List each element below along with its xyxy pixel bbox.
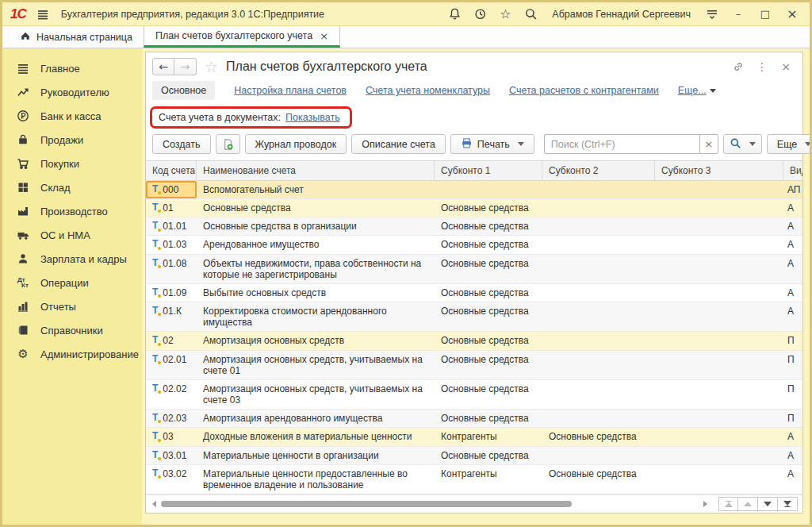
table-row[interactable]: Т02.02Амортизация основных средств, учит… bbox=[146, 380, 802, 410]
account-name-cell: Амортизация арендованного имущества bbox=[197, 410, 435, 427]
vid-cell: П bbox=[783, 332, 802, 349]
sidebar-item-bank-kassa[interactable]: Банк и касса bbox=[2, 104, 142, 128]
scroll-right-arrow-icon[interactable] bbox=[703, 501, 707, 507]
close-window-button[interactable]: × bbox=[783, 6, 802, 23]
sidebar-item-rukovoditelyu[interactable]: Руководителю bbox=[2, 80, 142, 104]
1c-logo: 1С bbox=[10, 6, 26, 22]
tab-chart-of-accounts[interactable]: План счетов бухгалтерского учета × bbox=[144, 26, 340, 48]
toolbar: Создать Журнал проводок Описание счета П… bbox=[146, 133, 802, 160]
sidebar-item-proizvodstvo[interactable]: Производство bbox=[2, 199, 142, 223]
table-row[interactable]: Т03Доходные вложения в материальные ценн… bbox=[146, 428, 802, 446]
more-button[interactable]: Еще bbox=[767, 134, 812, 154]
journal-button[interactable]: Журнал проводок bbox=[245, 134, 347, 154]
nav-tab-osnovnoe[interactable]: Основное bbox=[152, 81, 215, 100]
clear-search-icon[interactable]: × bbox=[699, 134, 718, 154]
print-button[interactable]: Печать bbox=[450, 134, 534, 154]
notifications-bell-icon[interactable] bbox=[446, 6, 463, 23]
home-icon bbox=[20, 30, 31, 44]
table-row[interactable]: Т03.02Материальные ценности предоставлен… bbox=[146, 465, 802, 494]
get-link-icon[interactable] bbox=[730, 59, 747, 75]
go-to-bottom-button[interactable] bbox=[778, 497, 798, 511]
nav-more-link[interactable]: Еще... bbox=[678, 85, 716, 96]
table-row[interactable]: Т02.03Амортизация арендованного имуществ… bbox=[146, 410, 802, 428]
search-settings-button[interactable] bbox=[723, 134, 762, 154]
more-menu-dots-icon[interactable]: ⋮ bbox=[753, 59, 771, 75]
horizontal-scrollbar-thumb[interactable] bbox=[161, 501, 572, 507]
accounts-in-documents-callout: Счета учета в документах: Показывать bbox=[150, 106, 352, 129]
sidebar-item-prodazhi[interactable]: Продажи bbox=[2, 128, 142, 152]
search-input[interactable] bbox=[544, 134, 699, 154]
account-name-cell: Корректировка стоимости арендованного им… bbox=[197, 302, 435, 331]
account-code: 03.01 bbox=[163, 450, 186, 461]
nav-link-nomenklatura[interactable]: Счета учета номенклатуры bbox=[366, 85, 490, 96]
sidebar-item-spravochniki[interactable]: Справочники bbox=[2, 318, 142, 342]
cart-icon bbox=[15, 157, 31, 170]
account-type-icon: Т bbox=[152, 184, 158, 194]
column-header-subconto1[interactable]: Субконто 1 bbox=[435, 161, 542, 180]
sidebar-label: Производство bbox=[40, 206, 108, 217]
close-form-icon[interactable]: × bbox=[777, 59, 795, 75]
sidebar-item-os-nma[interactable]: ОС и НМА bbox=[2, 223, 142, 247]
account-name-cell: Арендованное имущество bbox=[197, 236, 435, 253]
column-header-name[interactable]: Наименование счета bbox=[197, 161, 435, 180]
sidebar-item-otchety[interactable]: Отчеты bbox=[2, 294, 142, 318]
go-to-top-button[interactable] bbox=[718, 497, 738, 511]
column-header-code[interactable]: Код счета bbox=[146, 161, 197, 180]
account-description-button[interactable]: Описание счета bbox=[351, 134, 446, 154]
nav-link-kontragenty[interactable]: Счета расчетов с контрагентами bbox=[509, 85, 659, 96]
subconto2-cell bbox=[542, 236, 655, 253]
table-row[interactable]: Т01.08Объекты недвижимости, права собств… bbox=[146, 255, 802, 284]
main-menu-icon[interactable] bbox=[34, 6, 52, 23]
page-up-button[interactable] bbox=[738, 497, 758, 511]
table-row[interactable]: Т01.03Арендованное имуществоОсновные сре… bbox=[146, 236, 802, 254]
table-row[interactable]: Т01.09Выбытие основных средствОсновные с… bbox=[146, 284, 802, 302]
tab-home[interactable]: Начальная страница bbox=[9, 26, 144, 48]
scroll-left-arrow-icon[interactable] bbox=[152, 501, 156, 507]
favorites-star-icon[interactable]: ☆ bbox=[496, 6, 514, 23]
minimize-button[interactable]: – bbox=[729, 6, 748, 23]
sidebar-item-glavnoe[interactable]: Главное bbox=[2, 56, 142, 80]
gear-icon: ⚙ bbox=[15, 347, 31, 361]
sidebar-item-pokupki[interactable]: Покупки bbox=[2, 152, 142, 175]
sidebar-item-zarplata[interactable]: Зарплата и кадры bbox=[2, 247, 142, 271]
page-down-icon bbox=[764, 502, 772, 506]
table-row[interactable]: Т01Основные средстваОсновные средстваА bbox=[146, 199, 802, 217]
sidebar-item-sklad[interactable]: Склад bbox=[2, 175, 142, 199]
current-user[interactable]: Абрамов Геннадий Сергеевич bbox=[552, 9, 691, 20]
horizontal-scrollbar-track[interactable] bbox=[159, 500, 700, 508]
nav-link-nastroika[interactable]: Настройка плана счетов bbox=[234, 85, 347, 96]
back-button[interactable]: ← bbox=[152, 58, 174, 75]
sections-list-icon bbox=[15, 62, 31, 75]
table-row[interactable]: Т03.01Материальные ценности в организаци… bbox=[146, 447, 802, 465]
subconto3-cell bbox=[655, 351, 783, 379]
add-to-favorites-star-icon[interactable]: ☆ bbox=[205, 58, 218, 75]
tab-close-icon[interactable]: × bbox=[320, 30, 328, 42]
create-button[interactable]: Создать bbox=[152, 134, 211, 154]
global-search-icon[interactable] bbox=[522, 6, 539, 23]
table-row[interactable]: Т01.ККорректировка стоимости арендованно… bbox=[146, 302, 802, 332]
subconto1-cell: Основные средства bbox=[435, 255, 542, 283]
column-header-subconto2[interactable]: Субконто 2 bbox=[542, 161, 655, 180]
app-window: 1С Бухгалтерия предприятия, редакция 3.0… bbox=[0, 0, 812, 527]
sidebar-item-operacii[interactable]: ДтКт Операции bbox=[2, 271, 142, 294]
sidebar-item-administrirovanie[interactable]: ⚙ Администрирование bbox=[2, 342, 142, 366]
table-row[interactable]: Т02Амортизация основных средствОсновные … bbox=[146, 332, 802, 350]
table-row[interactable]: Т01.01Основные средства в организацииОсн… bbox=[146, 217, 802, 236]
history-icon[interactable] bbox=[471, 6, 488, 23]
table-row[interactable]: Т02.01Амортизация основных средств, учит… bbox=[146, 351, 802, 380]
page-header: ← → ☆ План счетов бухгалтерского учета ⋮… bbox=[146, 52, 802, 79]
forward-button[interactable]: → bbox=[174, 58, 197, 75]
column-header-vid[interactable]: Вид bbox=[783, 161, 802, 180]
create-group-button[interactable] bbox=[216, 134, 240, 154]
account-code: 000 bbox=[163, 184, 178, 195]
table-row[interactable]: Т000Вспомогательный счетАП bbox=[146, 181, 802, 199]
column-header-subconto3[interactable]: Субконто 3 bbox=[655, 161, 783, 180]
show-link[interactable]: Показывать bbox=[285, 112, 340, 123]
page-down-button[interactable] bbox=[758, 497, 778, 511]
account-code-cell: Т02.01 bbox=[146, 351, 197, 379]
account-code-cell: Т03.02 bbox=[146, 465, 197, 494]
sidebar-label: Руководителю bbox=[40, 87, 109, 98]
maximize-button[interactable]: □ bbox=[756, 6, 775, 23]
main-area: Главное Руководителю Банк и касса Продаж… bbox=[2, 48, 810, 525]
hide-panels-icon[interactable] bbox=[703, 6, 721, 23]
